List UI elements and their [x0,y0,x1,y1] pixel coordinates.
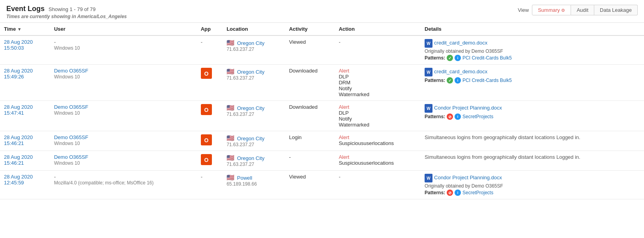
location-city-link[interactable]: Oregon City [237,136,264,141]
svg-text:O: O [204,137,208,143]
file-name-link[interactable]: credit_card_demo.docx [434,69,487,74]
cell-location: 🇺🇸 Oregon City 71.63.237.27 [223,35,285,65]
action-item: DLP [339,74,348,80]
cell-action: AlertSuspicioususerlocations [335,131,421,151]
cell-action: AlertSuspicioususerlocations [335,151,421,171]
col-details: Details [421,23,644,35]
timezone-value: America/Los_Angeles [77,14,127,19]
page-title: Event Logs [6,5,45,13]
pattern-name-link[interactable]: SecretProjects [462,114,493,119]
user-link[interactable]: Demo O365SF [54,154,88,160]
patterns-row: Patterns: ⊘i SecretProjects [425,190,640,196]
cell-activity: Login [285,131,335,151]
cell-details: W Condor Project Planning.docx Originall… [421,171,644,199]
word-doc-icon: W [425,39,432,48]
table-row: 28 Aug 202015:46:21Demo O365SFWindows 10… [0,131,644,151]
file-row: W Condor Project Planning.docx [425,174,640,182]
timezone-label: Times are currently showing in [6,14,76,19]
user-link[interactable]: Demo O365SF [54,68,88,74]
cell-app: O [197,151,223,171]
action-item: DLP [339,110,348,116]
file-name-link[interactable]: Condor Project Planning.docx [434,105,502,111]
event-logs-table: Time ▼ User App Location Activity Action [0,23,644,199]
details-text: Simultaneous logins from geographically … [425,134,580,140]
cell-app: - [197,171,223,199]
svg-text:O: O [204,157,208,163]
time-link[interactable]: 28 Aug 202015:50:03 [4,39,46,51]
user-link[interactable]: Demo O365SF [54,134,88,140]
cell-user: Demo O365SFWindows 10 [50,151,197,171]
tab-summary[interactable]: Summary ⚙ [532,5,571,15]
file-row: W Condor Project Planning.docx [425,104,640,113]
file-name-link[interactable]: Condor Project Planning.docx [434,175,502,180]
user-agent: Windows 10 [54,74,80,80]
time-link[interactable]: 28 Aug 202015:46:21 [4,134,46,146]
showing-count: Showing 1 - 79 of 79 [49,6,95,12]
patterns-label: Patterns: [425,190,445,195]
table-row: 28 Aug 202015:50:03-Windows 10- 🇺🇸 Orego… [0,35,644,65]
location-flag: 🇺🇸 [227,154,234,161]
location-ip: 71.63.237.27 [227,46,281,52]
action-alert: Alert [339,154,349,160]
cell-details: W Condor Project Planning.docx Patterns:… [421,101,644,131]
svg-text:W: W [427,41,431,46]
action-item: Suspicioususerlocations [339,140,393,146]
file-name-link[interactable]: credit_card_demo.docx [434,40,487,46]
location-city-link[interactable]: Oregon City [237,155,264,161]
sort-arrow-time[interactable]: ▼ [17,27,22,32]
time-link[interactable]: 28 Aug 202015:47:41 [4,104,46,116]
action-alert: Alert [339,134,349,140]
pattern-name-link[interactable]: PCI Credit-Cards Bulk5 [462,55,512,61]
time-link[interactable]: 28 Aug 202015:49:26 [4,68,46,80]
time-link[interactable]: 28 Aug 202015:46:21 [4,154,46,166]
office-icon: O [201,104,212,115]
pattern-name-link[interactable]: SecretProjects [462,190,493,195]
patterns-row: Patterns: ⊘i SecretProjects [425,113,640,120]
user-link[interactable]: Demo O365SF [54,104,88,110]
location-flag: 🇺🇸 [227,135,234,141]
header-left: Event Logs Showing 1 - 79 of 79 Times ar… [6,5,127,19]
cell-activity: Viewed [285,171,335,199]
header: Event Logs Showing 1 - 79 of 79 Times ar… [0,0,644,23]
cell-activity: Downloaded [285,101,335,131]
tab-data-leakage-label: Data Leakage [600,7,632,13]
cell-location: 🇺🇸 Powell 65.189.198.66 [223,171,285,199]
location-city-link[interactable]: Oregon City [237,40,264,46]
user-dash: - [54,39,56,45]
details-obtained: Originally obtained by Demo O365SF [425,183,640,189]
word-doc-icon: W [425,68,432,76]
table-row: 28 Aug 202015:46:21Demo O365SFWindows 10… [0,151,644,171]
pattern-badge-red-block: ⊘ [447,190,453,196]
action-dash: - [339,174,340,180]
view-label: View [518,7,529,13]
tab-data-leakage[interactable]: Data Leakage [594,5,638,15]
location-city-link[interactable]: Oregon City [237,69,264,75]
pattern-badge-green-check: ✓ [447,55,453,61]
details-obtained: Originally obtained by Demo O365SF [425,48,640,54]
cell-user: -Windows 10 [50,35,197,65]
location-ip: 71.63.237.27 [227,162,281,167]
cell-user: Demo O365SFWindows 10 [50,101,197,131]
timezone-info: Times are currently showing in America/L… [6,14,127,19]
location-city-link[interactable]: Oregon City [237,105,264,111]
cell-activity: Downloaded [285,65,335,101]
col-user: User [50,23,197,35]
action-alert: Alert [339,104,349,110]
file-row: W credit_card_demo.docx [425,68,640,76]
cell-action: AlertDLPNotifyWatermarked [335,101,421,131]
cell-app: - [197,35,223,65]
user-agent: Windows 10 [54,160,80,166]
pattern-name-link[interactable]: PCI Credit-Cards Bulk5 [462,78,512,83]
tab-audit-label: Audit [577,7,588,13]
cell-time: 28 Aug 202015:49:26 [0,65,50,101]
tab-audit[interactable]: Audit [571,5,594,15]
location-ip: 71.63.237.27 [227,112,281,117]
location-city-link[interactable]: Powell [237,175,252,181]
table-header-row: Time ▼ User App Location Activity Action [0,23,644,35]
time-link[interactable]: 28 Aug 202012:45:59 [4,174,46,186]
action-item: Notify [339,116,352,122]
action-item: Notify [339,86,352,91]
activity-value: Downloaded [289,68,317,74]
cell-action: AlertDLPDRMNotifyWatermarked [335,65,421,101]
activity-value: Downloaded [289,104,317,110]
